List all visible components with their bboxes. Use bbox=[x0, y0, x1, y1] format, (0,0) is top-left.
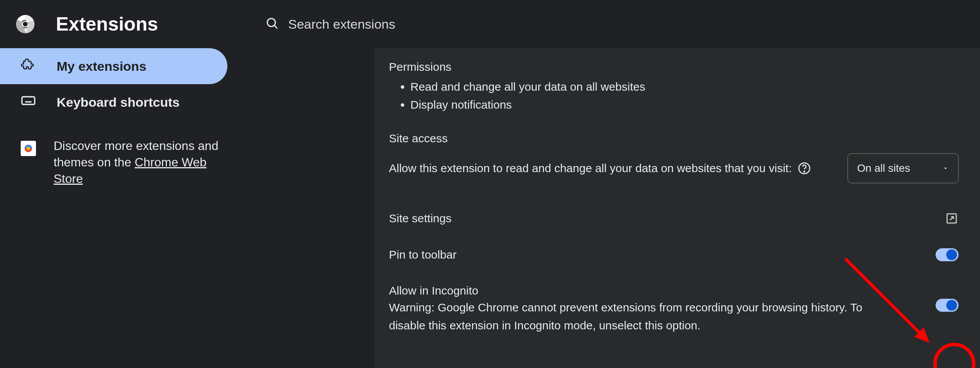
dropdown-selected: On all sites bbox=[857, 162, 910, 174]
sidebar-item-label: My extensions bbox=[57, 59, 146, 74]
permissions-list: Read and change all your data on all web… bbox=[389, 78, 959, 114]
webstore-icon bbox=[21, 141, 36, 156]
webstore-promo: Discover more extensions and themes on t… bbox=[0, 138, 230, 187]
chevron-down-icon bbox=[942, 162, 949, 174]
pin-toolbar-heading: Pin to toolbar bbox=[389, 248, 890, 261]
keyboard-icon bbox=[21, 93, 36, 111]
open-external-icon[interactable] bbox=[945, 212, 959, 225]
incognito-description: Warning: Google Chrome cannot prevent ex… bbox=[389, 299, 890, 334]
svg-point-14 bbox=[27, 147, 30, 150]
page-title: Extensions bbox=[56, 13, 158, 35]
sidebar-item-my-extensions[interactable]: My extensions bbox=[0, 48, 227, 84]
sidebar: My extensions Keyboard shortcuts bbox=[0, 48, 374, 368]
site-access-heading: Site access bbox=[389, 132, 959, 145]
extension-icon bbox=[21, 57, 36, 75]
svg-point-4 bbox=[23, 22, 28, 26]
permissions-heading: Permissions bbox=[389, 60, 959, 73]
sidebar-item-keyboard-shortcuts[interactable]: Keyboard shortcuts bbox=[0, 84, 374, 120]
chrome-logo-icon bbox=[15, 14, 35, 34]
incognito-heading: Allow in Incognito bbox=[389, 284, 890, 297]
search-input[interactable] bbox=[288, 17, 556, 32]
sidebar-item-label: Keyboard shortcuts bbox=[57, 95, 180, 110]
site-access-description: Allow this extension to read and change … bbox=[389, 162, 792, 175]
svg-line-6 bbox=[274, 26, 278, 29]
search-box[interactable] bbox=[265, 16, 556, 32]
permission-item: Display notifications bbox=[410, 96, 959, 114]
site-access-dropdown[interactable]: On all sites bbox=[848, 153, 959, 183]
svg-rect-7 bbox=[22, 97, 34, 104]
pin-toolbar-toggle[interactable] bbox=[936, 248, 959, 261]
permission-item: Read and change all your data on all web… bbox=[410, 78, 959, 96]
extension-detail-panel: Permissions Read and change all your dat… bbox=[374, 48, 980, 368]
app-header: Extensions bbox=[0, 0, 980, 48]
incognito-toggle[interactable] bbox=[936, 299, 959, 312]
svg-point-5 bbox=[267, 18, 275, 26]
svg-point-16 bbox=[804, 171, 805, 172]
annotation-circle bbox=[933, 343, 975, 368]
help-icon[interactable] bbox=[798, 162, 811, 175]
search-icon bbox=[265, 16, 279, 32]
site-settings-heading: Site settings bbox=[389, 212, 899, 225]
